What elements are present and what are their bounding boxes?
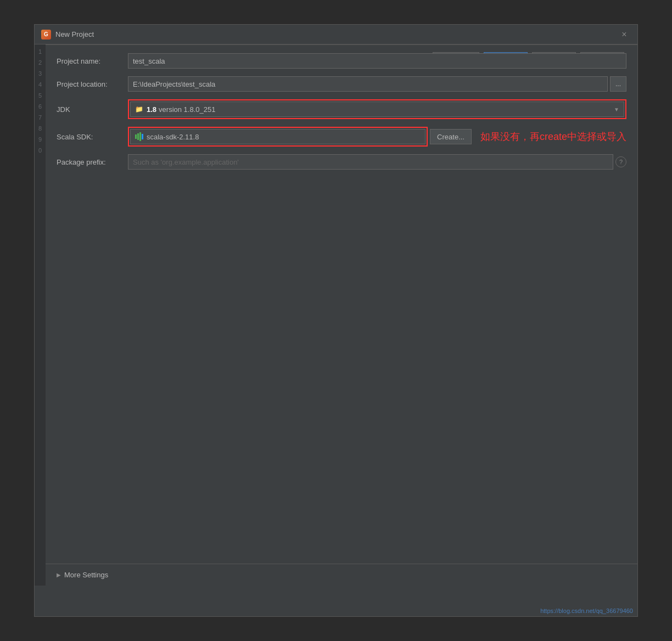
jdk-dropdown[interactable]: 📁 1.8 version 1.8.0_251 ▼ bbox=[130, 102, 624, 117]
jdk-version-full: version 1.8.0_251 bbox=[159, 105, 215, 114]
jdk-dropdown-arrow: ▼ bbox=[614, 106, 619, 113]
package-input-wrapper: ? bbox=[128, 154, 626, 170]
line-num-3: 3 bbox=[38, 69, 42, 78]
toggle-arrow-icon: ▶ bbox=[57, 572, 61, 578]
line-num-5: 5 bbox=[38, 91, 42, 100]
project-location-input[interactable] bbox=[128, 76, 608, 92]
line-num-4: 4 bbox=[38, 80, 42, 89]
title-bar: G New Project × bbox=[35, 25, 637, 44]
status-url: https://blog.csdn.net/qq_36679460 bbox=[540, 608, 633, 614]
jdk-folder-icon: 📁 bbox=[135, 105, 143, 113]
scala-sdk-inner: scala-sdk-2.11.8 Create... 如果没有，再create中… bbox=[128, 127, 626, 147]
scala-sdk-row: Scala SDK: scala-sdk-2.11.8 Create... 如 bbox=[57, 127, 626, 147]
project-name-input[interactable] bbox=[128, 53, 626, 69]
help-icon[interactable]: ? bbox=[615, 156, 626, 167]
create-button[interactable]: Create... bbox=[430, 129, 472, 144]
line-num-6: 6 bbox=[38, 102, 42, 111]
annotation-text: 如果没有，再create中选择或导入 bbox=[480, 130, 626, 143]
more-settings-section: ▶ More Settings bbox=[46, 564, 637, 586]
line-num-9: 9 bbox=[38, 134, 42, 144]
more-settings-label: More Settings bbox=[64, 571, 108, 579]
project-location-row: Project location: ... bbox=[57, 76, 626, 92]
more-settings-toggle[interactable]: ▶ More Settings bbox=[57, 571, 626, 579]
line-num-2: 2 bbox=[38, 58, 42, 68]
line-num-0: 0 bbox=[38, 145, 42, 155]
line-gutter: 1 2 3 4 5 6 7 8 9 0 bbox=[35, 44, 46, 586]
jdk-label: JDK bbox=[57, 105, 128, 114]
package-prefix-label: Package prefix: bbox=[57, 158, 128, 166]
dialog-content: Project name: Project location: ... JDK … bbox=[46, 44, 637, 586]
jdk-row: JDK 📁 1.8 version 1.8.0_251 ▼ bbox=[57, 99, 626, 119]
line-num-8: 8 bbox=[38, 123, 42, 133]
project-location-field: ... bbox=[128, 76, 626, 92]
jdk-selector-wrapper: 📁 1.8 version 1.8.0_251 ▼ bbox=[128, 99, 626, 119]
close-button[interactable]: × bbox=[618, 28, 631, 41]
scala-sdk-field[interactable]: scala-sdk-2.11.8 bbox=[130, 129, 425, 144]
jdk-version-bold: 1.8 bbox=[147, 105, 156, 114]
scala-sdk-label: Scala SDK: bbox=[57, 133, 128, 141]
project-location-label: Project location: bbox=[57, 80, 128, 88]
dialog-title: New Project bbox=[55, 30, 618, 38]
app-icon: G bbox=[41, 30, 51, 40]
line-num-1: 1 bbox=[38, 47, 42, 57]
package-prefix-row: Package prefix: ? bbox=[57, 154, 626, 170]
scala-sdk-selector-wrapper: scala-sdk-2.11.8 bbox=[128, 127, 428, 147]
scala-sdk-icon bbox=[135, 132, 143, 141]
package-prefix-input[interactable] bbox=[128, 154, 613, 170]
project-name-label: Project name: bbox=[57, 57, 128, 65]
scala-sdk-value: scala-sdk-2.11.8 bbox=[147, 133, 199, 141]
browse-button[interactable]: ... bbox=[610, 76, 626, 92]
line-num-7: 7 bbox=[38, 113, 42, 122]
project-name-row: Project name: bbox=[57, 53, 626, 69]
